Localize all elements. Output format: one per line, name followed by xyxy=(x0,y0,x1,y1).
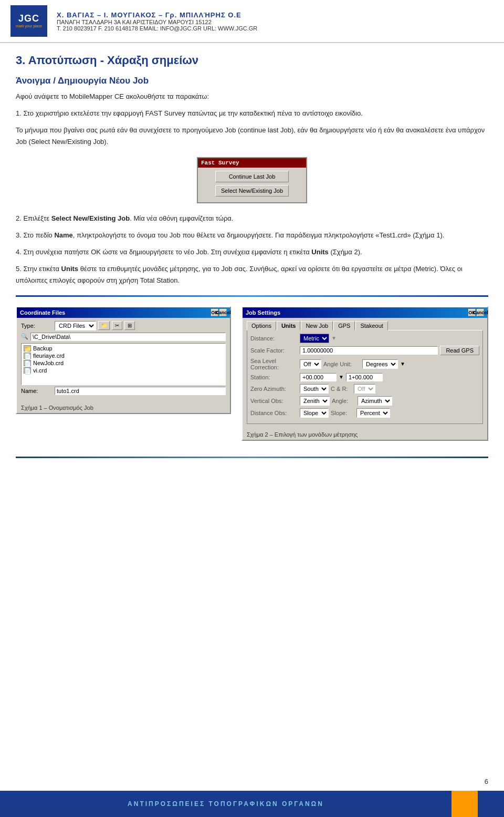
type-row: Type: CRD Files 📁 ✂ ⊞ xyxy=(21,321,226,330)
panels-area: Coordinate Files OK Cancel Type: CRD Fil… xyxy=(16,306,488,441)
tab-new-job[interactable]: New Job xyxy=(301,321,333,330)
coord-dialog-titlebar: Coordinate Files OK Cancel xyxy=(17,307,230,318)
distance-obs-select[interactable]: Slope xyxy=(300,408,329,418)
tab-stakeout[interactable]: Stakeout xyxy=(355,321,387,330)
list-item-name: Backup xyxy=(33,345,52,351)
step3-suffix: , πληκτρολογήστε το όνομα του Job που θέ… xyxy=(73,231,445,239)
coordinate-files-dialog: Coordinate Files OK Cancel Type: CRD Fil… xyxy=(16,306,231,414)
station-row: Station: ▼ xyxy=(250,373,479,381)
type-label: Type: xyxy=(21,323,52,329)
footer-separator xyxy=(16,457,488,458)
select-new-existing-button[interactable]: Select New/Existing Job xyxy=(215,185,289,197)
step3-text: 3. Στο πεδίο Name, πληκτρολογήστε το όνο… xyxy=(16,230,488,241)
company-contact: Τ. 210 8023917 F. 210 6148178 EMAIL: INF… xyxy=(57,25,494,32)
step4-suffix: (Σχήμα 2). xyxy=(329,248,362,256)
job-settings-cancel-btn[interactable]: Cancel xyxy=(477,309,484,316)
name-label: Name: xyxy=(21,388,52,394)
cr-label: C & R: xyxy=(331,386,352,392)
step4-text: 4. Στη συνέχεια πατήστε ΟΚ ώστε να δημιο… xyxy=(16,246,488,258)
read-gps-button[interactable]: Read GPS xyxy=(440,346,479,355)
dialog-titlebar: Fast Survey xyxy=(198,158,306,168)
distance-select[interactable]: Metric xyxy=(300,334,329,343)
section-title: 3. Αποτύπωση - Χάραξη σημείων xyxy=(16,54,488,67)
vertical-obs-select[interactable]: Zenith xyxy=(300,396,330,406)
vertical-obs-row: Vertical Obs: Zenith Angle: Azimuth xyxy=(250,396,479,406)
job-settings-title: Job Settings xyxy=(246,309,280,316)
name-input[interactable] xyxy=(55,387,226,395)
distance-obs-label: Distance Obs: xyxy=(250,410,298,416)
dropdown-arrow: ▼ xyxy=(331,335,337,341)
tab-gps[interactable]: GPS xyxy=(333,321,355,330)
angle-select[interactable]: Azimuth xyxy=(358,396,392,406)
path-input[interactable]: \C_Drive\Data\ xyxy=(30,333,226,341)
toolbar-btn-1[interactable]: 📁 xyxy=(98,321,110,330)
step5-prefix: 5. Στην ετικέτα xyxy=(16,265,61,273)
cr-select[interactable]: Off xyxy=(354,384,375,394)
logo-subtitle: mark your place xyxy=(16,24,42,28)
step2-text: 2. Επιλέξτε Select New/Existing Job. Μία… xyxy=(16,213,488,224)
step4-bold: Units xyxy=(311,248,329,256)
type-select[interactable]: CRD Files xyxy=(55,321,96,330)
sea-level-row: Sea LevelCorrection: Off Angle Unit: Deg… xyxy=(250,358,479,370)
footer-text: ΑΝΤΙΠΡΟΣΩΠΕΙΕΣ ΤΟΠΟΓΡΑΦΙΚΩΝ ΟΡΓΑΝΩΝ xyxy=(128,800,324,808)
job-settings-titlebar: Job Settings OK Cancel xyxy=(243,307,487,318)
step1-text: 1. Στο χειριστήριο εκτελέστε την εφαρμογ… xyxy=(16,108,488,119)
toolbar-btn-2[interactable]: ✂ xyxy=(112,321,122,330)
file-icon: 📄 xyxy=(24,360,31,366)
step5-suffix: θέστε τα επιθυμητές μονάδες μέτρησης, γι… xyxy=(16,265,463,284)
angle-dropdown-arrow: ▼ xyxy=(400,361,405,367)
zero-azimuth-select[interactable]: South xyxy=(300,384,329,394)
tab-options[interactable]: Options xyxy=(247,321,276,330)
page-number: 6 xyxy=(485,778,488,785)
angle-unit-select[interactable]: Degrees xyxy=(362,359,398,369)
tab-content-units: Distance: Metric ▼ Scale Factor: Read GP… xyxy=(247,330,483,424)
footer-orange-block xyxy=(452,791,478,817)
distance-label: Distance: xyxy=(250,335,298,342)
job-settings-dialog: Job Settings OK Cancel Options Units New… xyxy=(242,306,488,441)
header-info: Χ. ΒΑΓΙΑΣ – Ι. ΜΟΥΓΙΑΚΟΣ – Γρ. ΜΠΙΛΛΉΡΗΣ… xyxy=(57,11,494,32)
slope-select[interactable]: Percent xyxy=(356,408,390,418)
step3-bold: Name xyxy=(54,231,72,239)
list-item[interactable]: 📁 Backup xyxy=(23,345,224,352)
station-input[interactable] xyxy=(300,373,337,381)
step2-prefix: 2. Επιλέξτε xyxy=(16,214,51,222)
file-icon: 📄 xyxy=(24,353,31,359)
toolbar-btn-3[interactable]: ⊞ xyxy=(124,321,135,330)
intro-paragraph: Αφού ανάψετε το MobileMapper CE ακολουθή… xyxy=(16,91,488,102)
section-subtitle: Άνοιγμα / Δημιουργία Νέου Job xyxy=(16,76,488,86)
coord-dialog-cancel-btn[interactable]: Cancel xyxy=(219,309,227,316)
company-logo: JGC mark your place xyxy=(10,5,47,37)
search-icon: 🔍 xyxy=(21,333,28,340)
list-item[interactable]: 📄 vi.crd xyxy=(23,367,224,374)
coord-caption: Σχήμα 1 – Ονοματισμός Job xyxy=(17,402,230,413)
station-value2-input[interactable] xyxy=(346,373,383,381)
job-settings-caption: Σχήμα 2 – Επιλογή των μονάδων μέτρησης xyxy=(243,429,487,440)
step3-prefix: 3. Στο πεδίο xyxy=(16,231,54,239)
page-footer: ΑΝΤΙΠΡΟΣΩΠΕΙΕΣ ΤΟΠΟΓΡΑΦΙΚΩΝ ΟΡΓΑΝΩΝ xyxy=(0,791,504,817)
list-item[interactable]: 📄 NewJob.crd xyxy=(23,359,224,367)
logo-text: JGC xyxy=(18,13,39,24)
coord-dialog-body: Type: CRD Files 📁 ✂ ⊞ 🔍 \C_Drive\Data\ xyxy=(17,318,230,400)
list-item[interactable]: 📄 fleuriaye.crd xyxy=(23,352,224,359)
continue-last-job-button[interactable]: Continue Last Job xyxy=(215,171,289,182)
folder-icon: 📁 xyxy=(24,345,31,351)
job-settings-body: Options Units New Job GPS Stakeout Dista… xyxy=(243,318,487,427)
tab-units[interactable]: Units xyxy=(277,321,301,330)
coord-dialog-title: Coordinate Files xyxy=(20,309,65,316)
step4-prefix: 4. Στη συνέχεια πατήστε ΟΚ ώστε να δημιο… xyxy=(16,248,311,256)
scale-factor-label: Scale Factor: xyxy=(250,347,298,354)
sea-level-label: Sea LevelCorrection: xyxy=(250,358,298,370)
main-content: 3. Αποτύπωση - Χάραξη σημείων Άνοιγμα / … xyxy=(0,43,504,477)
footer-blue-block xyxy=(478,791,504,817)
scale-factor-input[interactable] xyxy=(300,346,438,355)
sea-level-select[interactable]: Off xyxy=(300,359,321,369)
files-listbox[interactable]: 📁 Backup 📄 fleuriaye.crd 📄 NewJob.crd 📄 … xyxy=(21,343,226,385)
name-row: Name: xyxy=(21,387,226,395)
station-label: Station: xyxy=(250,374,298,380)
file-icon: 📄 xyxy=(24,367,31,374)
vertical-obs-label: Vertical Obs: xyxy=(250,398,298,404)
list-item-name: vi.crd xyxy=(33,367,47,374)
list-item-name: NewJob.crd xyxy=(33,360,64,366)
angle-label: Angle: xyxy=(332,398,355,404)
company-address: ΠΑΝΑΓΗ ΤΣΑΛΔΑΡΗ 3Α ΚΑΙ ΑΡΙΣΤΕΙΔΟΥ ΜΑΡΟΥΣ… xyxy=(57,19,494,25)
